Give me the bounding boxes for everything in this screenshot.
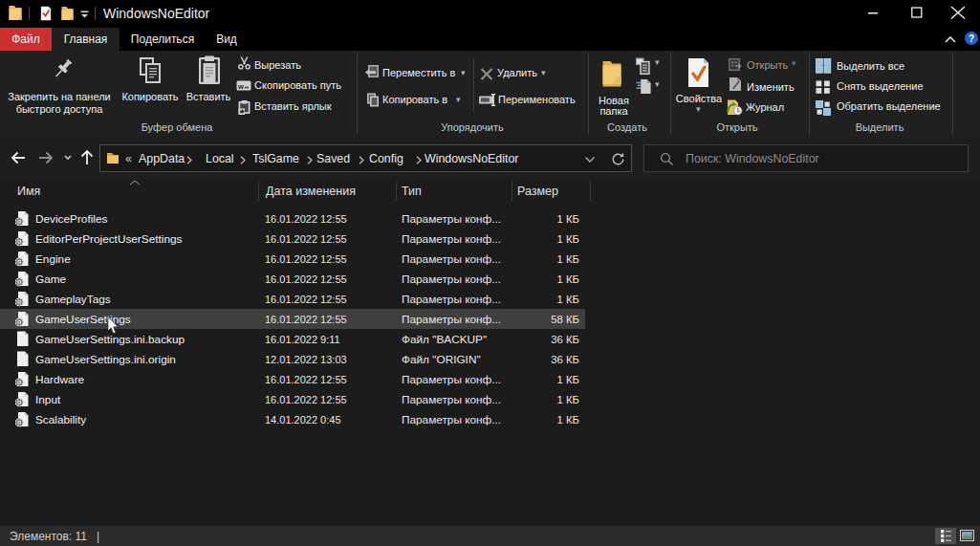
svg-text:?: ? — [969, 33, 974, 44]
svg-text:w: w — [237, 82, 244, 91]
